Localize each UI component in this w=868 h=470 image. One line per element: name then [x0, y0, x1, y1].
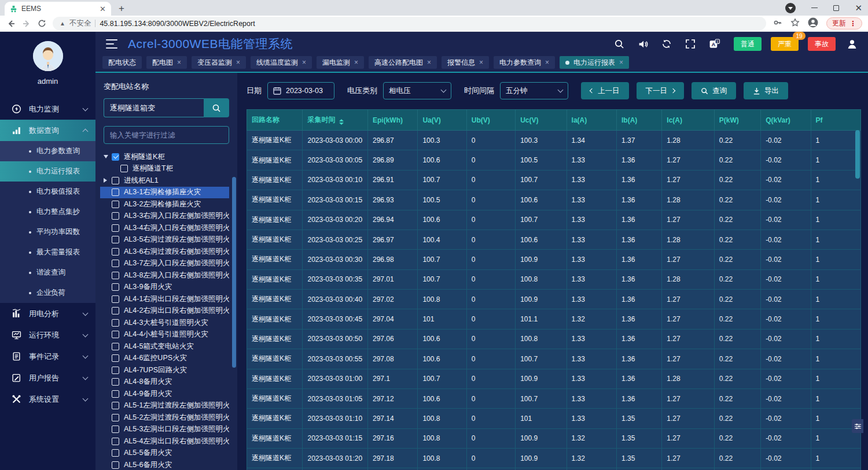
tab-close-icon[interactable]: ×	[302, 59, 306, 66]
submenu-item-电力极值报表[interactable]: 电力极值报表	[0, 182, 95, 202]
tree-checkbox[interactable]	[112, 402, 119, 409]
reload-icon[interactable]	[37, 18, 47, 28]
tree-checkbox[interactable]	[112, 236, 119, 243]
tree-node[interactable]: AL4-2右洞出口段右侧加强照明火灾	[100, 305, 229, 317]
tree-scrollbar-thumb[interactable]	[232, 177, 236, 368]
tab-close-icon[interactable]: ×	[479, 59, 483, 66]
bookmark-star-icon[interactable]	[790, 18, 800, 29]
workspace-tab-线缆温度监测[interactable]: 线缆温度监测×	[251, 56, 312, 69]
column-header-Ia(A)[interactable]: Ia(A)	[567, 110, 616, 131]
browser-profile-circle-icon[interactable]	[785, 3, 796, 13]
station-search-button[interactable]	[204, 98, 229, 117]
tree-checkbox[interactable]	[112, 201, 119, 208]
tree-checkbox[interactable]	[112, 414, 119, 421]
column-header-Ic(A)[interactable]: Ic(A)	[662, 110, 714, 131]
sidebar-item-电力监测[interactable]: 电力监测	[0, 98, 95, 120]
tree-checkbox[interactable]	[112, 212, 119, 220]
column-header-Epi(kWh)[interactable]: Epi(kWh)	[367, 110, 417, 131]
workspace-tab-变压器监测[interactable]: 变压器监测×	[192, 56, 246, 69]
tree-node[interactable]: AL3-7左洞入口段左侧加强照明火灾	[100, 258, 229, 270]
submenu-item-电力参数查询[interactable]: 电力参数查询	[0, 141, 95, 161]
tree-checkbox[interactable]	[112, 295, 119, 303]
user-avatar[interactable]	[33, 41, 63, 71]
submenu-item-谐波查询[interactable]: 谐波查询	[0, 262, 95, 283]
next-day-button[interactable]: 下一日	[637, 82, 685, 99]
browser-avatar-icon[interactable]	[808, 17, 818, 30]
tree-checkbox[interactable]	[112, 449, 119, 457]
alarm-badge-普通[interactable]: 普通	[734, 37, 762, 51]
sidebar-item-运行环境[interactable]: 运行环境	[0, 324, 95, 346]
column-header-Ua(V)[interactable]: Ua(V)	[418, 110, 466, 131]
column-header-回路名称[interactable]: 回路名称	[247, 110, 303, 131]
query-button[interactable]: 查询	[692, 82, 736, 99]
alarm-badge-严重[interactable]: 严重19	[771, 37, 799, 51]
workspace-tab-漏电监测[interactable]: 漏电监测×	[317, 56, 364, 69]
sidebar-item-事件记录[interactable]: 事件记录	[0, 346, 95, 367]
table-row[interactable]: 逐桐隧道K柜2023-03-03 01:00297.1100.70100.91.…	[247, 369, 861, 388]
tree-node[interactable]: AL3-6右洞过渡段右侧加强照明火灾	[100, 246, 229, 258]
tree-checkbox[interactable]	[112, 272, 119, 279]
column-header-Uc(V)[interactable]: Uc(V)	[516, 110, 567, 131]
table-scrollbar-thumb[interactable]	[855, 130, 860, 179]
tree-node[interactable]: AL4-5箱式变电站火灾	[100, 341, 229, 353]
tab-close-icon[interactable]: ×	[427, 59, 431, 66]
submenu-item-电力运行报表[interactable]: 电力运行报表	[0, 161, 95, 182]
sidebar-item-用户报告[interactable]: 用户报告	[0, 367, 95, 388]
tree-node[interactable]: AL4-6监控UPS火灾	[100, 353, 229, 365]
tree-node[interactable]: AL5-6备用火灾	[100, 459, 229, 470]
tree-checkbox[interactable]	[112, 425, 119, 433]
tree-checkbox[interactable]	[112, 390, 119, 398]
table-row[interactable]: 逐桐隧道K柜2023-03-03 00:50297.06100.60100.81…	[247, 329, 861, 349]
tab-close-icon[interactable]: ×	[619, 59, 623, 66]
table-row[interactable]: 逐桐隧道K柜2023-03-03 00:05296.89100.60100.51…	[247, 150, 861, 170]
tree-checkbox[interactable]	[112, 367, 119, 374]
fullscreen-icon[interactable]	[685, 38, 696, 50]
search-icon[interactable]	[613, 38, 625, 50]
tree-checkbox[interactable]	[112, 188, 119, 196]
table-row[interactable]: 逐桐隧道K柜2023-03-03 00:10296.91100.70100.71…	[247, 170, 861, 190]
tree-checkbox[interactable]	[120, 165, 128, 172]
table-row[interactable]: 逐桐隧道K柜2023-03-03 00:00296.87100.30100.31…	[247, 131, 861, 150]
tree-node[interactable]: AL4-4小桩号引道照明火灾	[100, 329, 229, 341]
tree-checkbox[interactable]	[112, 331, 119, 338]
tree-node[interactable]: AL4-8备用火灾	[100, 376, 229, 388]
user-profile-icon[interactable]	[846, 38, 858, 50]
menu-toggle-icon[interactable]	[106, 39, 117, 49]
tree-checkbox[interactable]	[112, 248, 119, 256]
workspace-tab-报警信息[interactable]: 报警信息×	[442, 56, 489, 69]
tree-checkbox[interactable]	[112, 319, 119, 327]
tree-node[interactable]: AL3-5右洞过渡段左侧加强照明火灾	[100, 234, 229, 246]
tree-checkbox[interactable]	[112, 153, 119, 161]
column-header-Q(kVar)[interactable]: Q(kVar)	[761, 110, 811, 131]
sound-icon[interactable]	[637, 38, 649, 50]
refresh-sync-icon[interactable]	[661, 38, 672, 50]
browser-update-button[interactable]: 更新 ⋮	[826, 17, 862, 29]
tree-node[interactable]: AL5-1左洞过渡段左侧加强照明火灾	[100, 400, 229, 412]
column-settings-button[interactable]	[852, 419, 863, 433]
station-search-input[interactable]	[104, 98, 204, 117]
prev-day-button[interactable]: 上一日	[581, 82, 629, 99]
submenu-item-企业负荷[interactable]: 企业负荷	[0, 283, 95, 303]
sidebar-item-数据查询[interactable]: 数据查询	[0, 120, 95, 141]
interval-select[interactable]: 五分钟	[500, 82, 568, 99]
column-header-Pf[interactable]: Pf	[811, 110, 860, 131]
tree-node[interactable]: AL3-9备用火灾	[100, 282, 229, 294]
table-row[interactable]: 逐桐隧道K柜2023-03-03 00:45297.041010101.11.3…	[247, 309, 861, 329]
table-row[interactable]: 逐桐隧道K柜2023-03-03 00:25296.97100.40100.61…	[247, 230, 861, 249]
tab-close-icon[interactable]: ×	[177, 59, 181, 66]
expander-down-icon[interactable]	[104, 155, 112, 158]
forward-icon[interactable]	[21, 18, 31, 28]
password-key-icon[interactable]	[773, 18, 782, 29]
tree-node[interactable]: AL5-4左洞出口段右侧加强照明火灾	[100, 435, 229, 447]
sidebar-item-用电分析[interactable]: 用电分析	[0, 303, 95, 324]
tree-node[interactable]: AL5-2左洞过渡段右侧加强照明火灾	[100, 412, 229, 424]
tree-node[interactable]: AL3-8左洞入口段右侧加强照明火灾	[100, 269, 229, 282]
expander-right-icon[interactable]	[104, 178, 112, 183]
tree-checkbox[interactable]	[112, 260, 119, 267]
table-row[interactable]: 逐桐隧道K柜2023-03-03 01:05297.12100.60100.71…	[247, 388, 861, 408]
sidebar-item-系统设置[interactable]: 系统设置	[0, 388, 95, 410]
tree-checkbox[interactable]	[112, 224, 119, 232]
tree-node[interactable]: AL3-1右洞检修插座火灾	[100, 187, 229, 199]
tree-checkbox[interactable]	[112, 283, 119, 291]
tab-close-icon[interactable]: ×	[354, 59, 358, 66]
